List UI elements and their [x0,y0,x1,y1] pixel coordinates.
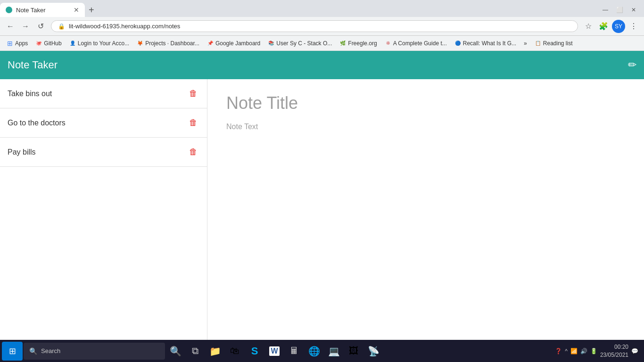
taskbar-photos[interactable]: 🖼 [344,342,363,361]
taskbar-file-explorer[interactable]: 📁 [206,342,224,361]
taskbar-chrome[interactable]: 🌐 [305,342,323,361]
taskbar-word[interactable]: W [265,342,284,361]
bookmark-github[interactable]: 🐙 GitHub [33,39,64,48]
taskbar-search-bar[interactable]: 🔍 Search [24,343,165,360]
bookmark-recall[interactable]: 🔵 Recall: What Is It G... [452,39,519,48]
freegle-icon: 🌿 [339,40,346,47]
more-bookmarks-label: » [524,40,527,47]
search-label: Search [41,347,60,354]
bookmark-more[interactable]: » [521,39,530,48]
vscode-icon: 💻 [328,346,340,357]
taskbar-unknown[interactable]: 📡 [364,342,383,361]
note-item[interactable]: Go to the doctors 🗑 [0,108,207,138]
start-button[interactable]: ⊞ [2,342,23,361]
bookmark-apps[interactable]: ⊞ Apps [4,39,31,48]
note-title-2: Go to the doctors [8,119,66,127]
note-display-title: Note Title [226,93,625,113]
tab-close-button[interactable]: ✕ [74,6,79,14]
new-tab-button[interactable]: + [85,5,98,16]
taskbar-skype[interactable]: S [245,342,264,361]
note-item[interactable]: Take bins out 🗑 [0,79,207,108]
app-header: Note Taker ✏ [0,51,644,79]
github-icon: 🐙 [35,40,42,47]
delete-note-1-button[interactable]: 🗑 [187,87,199,100]
task-view-icon: ⧉ [192,346,198,356]
browser-chrome: Note Taker ✕ + — ⬜ ✕ ← → ↺ 🔒 lit-wildwoo… [0,0,644,51]
active-tab[interactable]: Note Taker ✕ [0,3,85,17]
bookmark-projects-label: Projects · Dashboar... [145,40,199,47]
bookmark-login[interactable]: 👤 Login to Your Acco... [66,39,132,48]
file-explorer-icon: 📁 [209,346,221,357]
edit-icon[interactable]: ✏ [628,59,636,71]
back-button[interactable]: ← [4,20,17,33]
taskbar-microsoft-store[interactable]: 🛍 [225,342,244,361]
notes-sidebar: Take bins out 🗑 Go to the doctors 🗑 Pay … [0,79,207,340]
tab-bar: Note Taker ✕ + — ⬜ ✕ [0,0,644,17]
close-window-button[interactable]: ✕ [627,3,640,16]
chrome-icon: 🌐 [308,346,320,357]
profile-button[interactable]: SY [612,20,625,33]
note-title-3: Pay bills [8,148,36,156]
bookmark-reading-list[interactable]: 📋 Reading list [532,39,576,48]
delete-note-2-button[interactable]: 🗑 [187,116,199,130]
note-content-area: Note Title Note Text [207,79,644,340]
delete-note-3-button[interactable]: 🗑 [187,145,199,159]
system-tray-chevron: ^ [565,348,568,354]
search-icon: 🔍 [29,347,37,355]
system-tray-help: ❓ [555,348,562,354]
bookmark-stackoverflow[interactable]: 📚 User Sy C - Stack O... [265,39,335,48]
word-icon: W [269,346,279,356]
bookmark-guide-label: A Complete Guide t... [393,40,447,47]
clock-date: 23/05/2021 [600,351,628,359]
taskbar-task-view[interactable]: ⧉ [186,342,205,361]
system-tray-network: 📶 [570,348,578,354]
bookmark-jamboard-label: Google Jamboard [215,40,260,47]
url-text: lit-wildwood-61935.herokuapp.com/notes [69,23,571,30]
windows-icon: ⊞ [9,346,16,356]
menu-button[interactable]: ⋮ [627,20,640,33]
refresh-button[interactable]: ↺ [34,20,47,33]
browser-actions: ☆ 🧩 SY ⋮ [582,20,640,33]
bookmark-login-label: Login to Your Acco... [78,40,129,47]
bookmark-guide[interactable]: ❊ A Complete Guide t... [382,39,450,48]
clock-time: 00:20 [600,343,628,351]
guide-icon: ❊ [385,40,391,47]
note-item[interactable]: Pay bills 🗑 [0,138,207,167]
search-circle-icon: 🔍 [170,346,182,357]
extension-button[interactable]: 🧩 [597,20,610,33]
login-icon: 👤 [69,40,76,47]
bookmark-freegle-label: Freegle.org [348,40,377,47]
taskbar: ⊞ 🔍 Search 🔍 ⧉ 📁 🛍 S W 🖩 🌐 💻 🖼 📡 ❓ ^ 📶 🔊 [0,340,644,362]
calculator-icon: 🖩 [289,346,299,356]
bookmark-apps-label: Apps [15,40,28,47]
bookmark-projects[interactable]: 🦊 Projects · Dashboar... [134,39,202,48]
note-title-1: Take bins out [8,90,52,98]
minimize-button[interactable]: — [599,3,612,16]
recall-icon: 🔵 [454,40,461,47]
store-icon: 🛍 [230,346,239,356]
browser-controls: ← → ↺ 🔒 lit-wildwood-61935.herokuapp.com… [0,17,644,36]
tab-title: Note Taker [16,7,46,14]
tab-favicon [6,7,12,13]
bookmark-star-button[interactable]: ☆ [582,20,595,33]
lock-icon: 🔒 [58,23,65,30]
bookmark-stackoverflow-label: User Sy C - Stack O... [276,40,332,47]
bookmark-freegle[interactable]: 🌿 Freegle.org [337,39,380,48]
bookmark-github-label: GitHub [44,40,61,47]
forward-button[interactable]: → [19,20,32,33]
maximize-button[interactable]: ⬜ [613,3,626,16]
stackoverflow-icon: 📚 [268,40,274,47]
taskbar-search-button[interactable]: 🔍 [166,342,185,361]
bookmark-jamboard[interactable]: 📌 Google Jamboard [204,39,263,48]
reading-list-icon: 📋 [535,40,541,47]
bookmark-reading-list-label: Reading list [543,40,573,47]
taskbar-vscode[interactable]: 💻 [324,342,343,361]
note-display-text: Note Text [226,123,625,131]
system-tray-volume: 🔊 [580,348,587,354]
app-title: Note Taker [8,59,628,71]
clock-display: 00:20 23/05/2021 [600,343,628,359]
jamboard-icon: 📌 [207,40,214,47]
taskbar-calculator[interactable]: 🖩 [285,342,304,361]
address-bar[interactable]: 🔒 lit-wildwood-61935.herokuapp.com/notes [51,20,578,32]
notification-icon[interactable]: 💬 [631,348,638,354]
